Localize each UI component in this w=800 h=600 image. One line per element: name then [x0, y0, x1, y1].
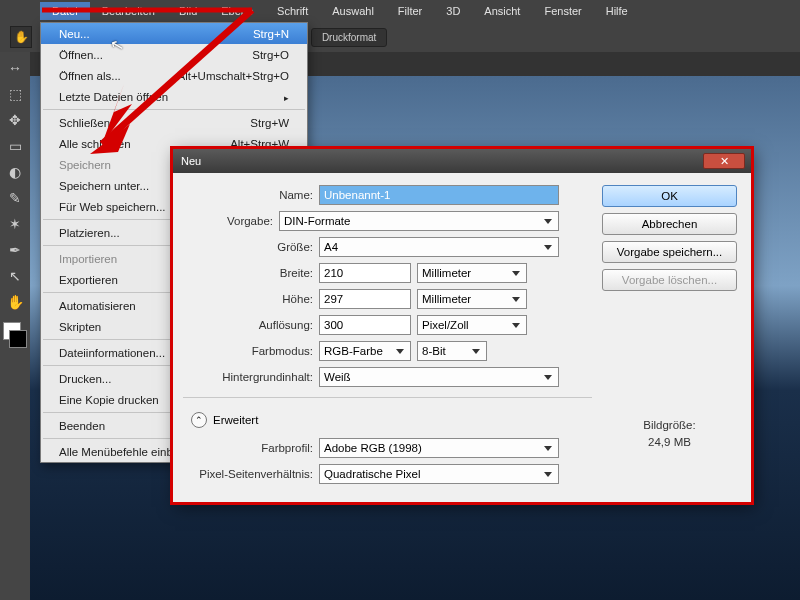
name-input[interactable] [319, 185, 559, 205]
height-input[interactable] [319, 289, 411, 309]
pixelaspect-label: Pixel-Seitenverhältnis: [183, 468, 313, 480]
option-button[interactable]: Druckformat [311, 28, 387, 47]
tool-button[interactable]: ↔ [3, 56, 27, 80]
menu-ebene[interactable]: Ebene [209, 2, 265, 20]
tool-button[interactable]: ✎ [3, 186, 27, 210]
width-input[interactable] [319, 263, 411, 283]
advanced-toggle[interactable]: ⌃ Erweitert [191, 412, 592, 428]
pixelaspect-select[interactable]: Quadratische Pixel [319, 464, 559, 484]
width-label: Breite: [183, 267, 313, 279]
menu-fenster[interactable]: Fenster [532, 2, 593, 20]
dialog-titlebar[interactable]: Neu ✕ [173, 149, 751, 173]
close-button[interactable]: ✕ [703, 153, 745, 169]
tool-button[interactable]: ✋ [3, 290, 27, 314]
bitdepth-select[interactable]: 8-Bit [417, 341, 487, 361]
menu-filter[interactable]: Filter [386, 2, 434, 20]
menu-ansicht[interactable]: Ansicht [472, 2, 532, 20]
file-menu-item[interactable]: Neu...Strg+N [41, 23, 307, 44]
save-preset-button[interactable]: Vorgabe speichern... [602, 241, 737, 263]
tool-button[interactable]: ✒ [3, 238, 27, 262]
tool-button[interactable]: ▭ [3, 134, 27, 158]
preset-select[interactable]: DIN-Formate [279, 211, 559, 231]
delete-preset-button[interactable]: Vorgabe löschen... [602, 269, 737, 291]
dialog-title: Neu [181, 155, 201, 167]
preset-label: Vorgabe: [183, 215, 273, 227]
background-swatch[interactable] [9, 330, 27, 348]
width-unit-select[interactable]: Millimeter [417, 263, 527, 283]
file-menu-item[interactable]: SchließenStrg+W [41, 112, 307, 133]
background-select[interactable]: Weiß [319, 367, 559, 387]
menu-3d[interactable]: 3D [434, 2, 472, 20]
colormode-label: Farbmodus: [183, 345, 313, 357]
profile-label: Farbprofil: [183, 442, 313, 454]
file-menu-item[interactable]: Öffnen als...Alt+Umschalt+Strg+O [41, 65, 307, 86]
background-label: Hintergrundinhalt: [183, 371, 313, 383]
resolution-unit-select[interactable]: Pixel/Zoll [417, 315, 527, 335]
name-label: Name: [183, 189, 313, 201]
cancel-button[interactable]: Abbrechen [602, 213, 737, 235]
tools-column: ↔⬚✥▭◐✎✶✒↖✋ [0, 52, 30, 600]
collapse-icon: ⌃ [191, 412, 207, 428]
tool-button[interactable]: ✶ [3, 212, 27, 236]
tool-button[interactable]: ✥ [3, 108, 27, 132]
menu-datei[interactable]: Datei [40, 2, 90, 20]
menu-auswahl[interactable]: Auswahl [320, 2, 386, 20]
size-select[interactable]: A4 [319, 237, 559, 257]
new-document-dialog: Neu ✕ Name: Vorgabe: DIN-Formate Größe: … [172, 148, 752, 503]
tool-button[interactable]: ⬚ [3, 82, 27, 106]
menu-hilfe[interactable]: Hilfe [594, 2, 640, 20]
profile-select[interactable]: Adobe RGB (1998) [319, 438, 559, 458]
hand-tool-preset-icon[interactable]: ✋ [10, 26, 32, 48]
height-label: Höhe: [183, 293, 313, 305]
resolution-input[interactable] [319, 315, 411, 335]
tool-button[interactable]: ↖ [3, 264, 27, 288]
app-menubar: DateiBearbeitenBildEbeneSchriftAuswahlFi… [0, 0, 800, 22]
menu-bild[interactable]: Bild [167, 2, 209, 20]
menu-schrift[interactable]: Schrift [265, 2, 320, 20]
size-label: Größe: [183, 241, 313, 253]
height-unit-select[interactable]: Millimeter [417, 289, 527, 309]
file-menu-item[interactable]: Letzte Dateien öffnen [41, 86, 307, 107]
image-size-readout: Bildgröße: 24,9 MB [602, 417, 737, 452]
tool-button[interactable]: ◐ [3, 160, 27, 184]
ok-button[interactable]: OK [602, 185, 737, 207]
colormode-select[interactable]: RGB-Farbe [319, 341, 411, 361]
menu-bearbeiten[interactable]: Bearbeiten [90, 2, 167, 20]
resolution-label: Auflösung: [183, 319, 313, 331]
file-menu-item[interactable]: Öffnen...Strg+O [41, 44, 307, 65]
